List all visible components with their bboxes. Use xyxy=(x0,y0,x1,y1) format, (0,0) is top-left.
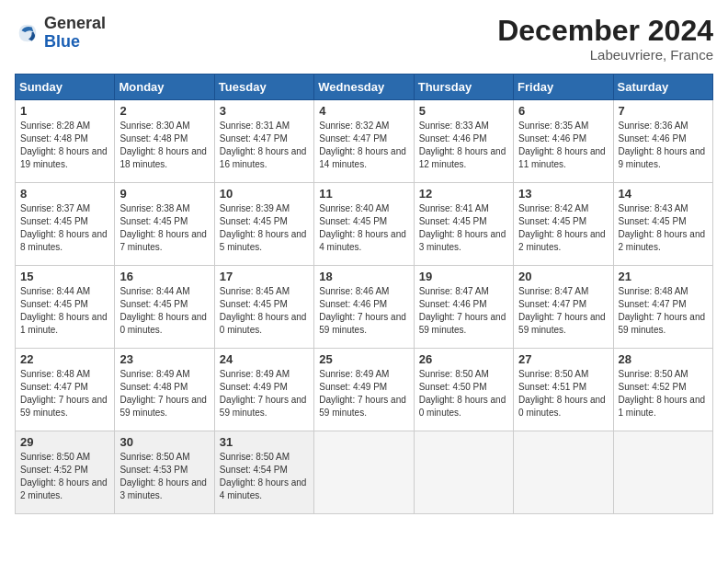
calendar-week-row: 1 Sunrise: 8:28 AM Sunset: 4:48 PM Dayli… xyxy=(16,100,713,183)
calendar-cell: 20 Sunrise: 8:47 AM Sunset: 4:47 PM Dayl… xyxy=(514,266,613,349)
logo-icon xyxy=(15,20,40,46)
calendar-cell: 4 Sunrise: 8:32 AM Sunset: 4:47 PM Dayli… xyxy=(314,100,414,183)
calendar-week-row: 15 Sunrise: 8:44 AM Sunset: 4:45 PM Dayl… xyxy=(16,266,713,349)
calendar-cell: 16 Sunrise: 8:44 AM Sunset: 4:45 PM Dayl… xyxy=(115,266,214,349)
day-number: 2 xyxy=(119,104,209,118)
calendar-cell: 26 Sunrise: 8:50 AM Sunset: 4:50 PM Dayl… xyxy=(414,349,513,431)
day-info: Sunrise: 8:35 AM Sunset: 4:46 PM Dayligh… xyxy=(518,120,608,171)
location: Labeuvriere, France xyxy=(497,47,713,63)
calendar-cell: 28 Sunrise: 8:50 AM Sunset: 4:52 PM Dayl… xyxy=(613,349,712,431)
calendar-week-row: 8 Sunrise: 8:37 AM Sunset: 4:45 PM Dayli… xyxy=(16,183,713,266)
calendar-cell xyxy=(514,431,613,514)
day-number: 17 xyxy=(220,270,309,283)
calendar-cell: 8 Sunrise: 8:37 AM Sunset: 4:45 PM Dayli… xyxy=(16,183,115,266)
day-info: Sunrise: 8:48 AM Sunset: 4:47 PM Dayligh… xyxy=(619,285,708,337)
col-thursday: Thursday xyxy=(414,75,513,100)
calendar-cell: 18 Sunrise: 8:46 AM Sunset: 4:46 PM Dayl… xyxy=(314,266,414,349)
day-number: 14 xyxy=(619,187,708,201)
day-number: 25 xyxy=(319,352,408,366)
calendar-cell xyxy=(414,431,513,514)
day-info: Sunrise: 8:45 AM Sunset: 4:45 PM Dayligh… xyxy=(220,285,309,337)
day-info: Sunrise: 8:44 AM Sunset: 4:45 PM Dayligh… xyxy=(20,285,109,337)
day-info: Sunrise: 8:44 AM Sunset: 4:45 PM Dayligh… xyxy=(119,285,209,337)
day-number: 27 xyxy=(518,352,608,366)
calendar-cell: 19 Sunrise: 8:47 AM Sunset: 4:46 PM Dayl… xyxy=(414,266,513,349)
day-info: Sunrise: 8:49 AM Sunset: 4:49 PM Dayligh… xyxy=(220,368,309,419)
calendar-cell xyxy=(314,431,414,514)
day-info: Sunrise: 8:50 AM Sunset: 4:50 PM Dayligh… xyxy=(419,368,508,419)
day-info: Sunrise: 8:50 AM Sunset: 4:54 PM Dayligh… xyxy=(220,451,309,502)
col-saturday: Saturday xyxy=(613,75,712,100)
col-tuesday: Tuesday xyxy=(214,75,313,100)
day-info: Sunrise: 8:50 AM Sunset: 4:52 PM Dayligh… xyxy=(20,451,109,502)
day-info: Sunrise: 8:30 AM Sunset: 4:48 PM Dayligh… xyxy=(119,120,209,171)
calendar-cell: 11 Sunrise: 8:40 AM Sunset: 4:45 PM Dayl… xyxy=(314,183,414,266)
calendar-cell: 1 Sunrise: 8:28 AM Sunset: 4:48 PM Dayli… xyxy=(16,100,115,183)
col-monday: Monday xyxy=(115,75,214,100)
calendar-cell: 29 Sunrise: 8:50 AM Sunset: 4:52 PM Dayl… xyxy=(16,431,115,514)
calendar-cell: 15 Sunrise: 8:44 AM Sunset: 4:45 PM Dayl… xyxy=(16,266,115,349)
day-info: Sunrise: 8:50 AM Sunset: 4:52 PM Dayligh… xyxy=(619,368,708,419)
day-info: Sunrise: 8:42 AM Sunset: 4:45 PM Dayligh… xyxy=(518,202,608,254)
calendar-cell: 22 Sunrise: 8:48 AM Sunset: 4:47 PM Dayl… xyxy=(16,349,115,431)
day-number: 23 xyxy=(119,352,209,366)
day-info: Sunrise: 8:49 AM Sunset: 4:48 PM Dayligh… xyxy=(119,368,209,419)
title-block: December 2024 Labeuvriere, France xyxy=(497,15,713,63)
day-number: 24 xyxy=(220,352,309,366)
day-info: Sunrise: 8:28 AM Sunset: 4:48 PM Dayligh… xyxy=(20,120,109,171)
calendar-cell: 23 Sunrise: 8:49 AM Sunset: 4:48 PM Dayl… xyxy=(115,349,214,431)
calendar-week-row: 22 Sunrise: 8:48 AM Sunset: 4:47 PM Dayl… xyxy=(16,349,713,431)
day-number: 15 xyxy=(20,270,109,283)
calendar-cell: 10 Sunrise: 8:39 AM Sunset: 4:45 PM Dayl… xyxy=(214,183,313,266)
day-info: Sunrise: 8:41 AM Sunset: 4:45 PM Dayligh… xyxy=(419,202,508,254)
calendar-cell: 25 Sunrise: 8:49 AM Sunset: 4:49 PM Dayl… xyxy=(314,349,414,431)
day-number: 29 xyxy=(20,435,109,449)
day-number: 16 xyxy=(119,270,209,283)
day-number: 20 xyxy=(518,270,608,283)
calendar-cell: 2 Sunrise: 8:30 AM Sunset: 4:48 PM Dayli… xyxy=(115,100,214,183)
day-number: 7 xyxy=(619,104,708,118)
day-number: 30 xyxy=(119,435,209,449)
day-info: Sunrise: 8:47 AM Sunset: 4:47 PM Dayligh… xyxy=(518,285,608,337)
calendar-cell: 5 Sunrise: 8:33 AM Sunset: 4:46 PM Dayli… xyxy=(414,100,513,183)
day-number: 21 xyxy=(619,270,708,283)
col-friday: Friday xyxy=(514,75,613,100)
day-info: Sunrise: 8:50 AM Sunset: 4:51 PM Dayligh… xyxy=(518,368,608,419)
calendar-cell: 3 Sunrise: 8:31 AM Sunset: 4:47 PM Dayli… xyxy=(214,100,313,183)
day-number: 22 xyxy=(20,352,109,366)
col-wednesday: Wednesday xyxy=(314,75,414,100)
day-number: 31 xyxy=(220,435,309,449)
calendar-cell: 17 Sunrise: 8:45 AM Sunset: 4:45 PM Dayl… xyxy=(214,266,313,349)
day-number: 19 xyxy=(419,270,508,283)
day-number: 26 xyxy=(419,352,508,366)
month-title: December 2024 xyxy=(497,15,713,47)
day-number: 12 xyxy=(419,187,508,201)
calendar-cell: 6 Sunrise: 8:35 AM Sunset: 4:46 PM Dayli… xyxy=(514,100,613,183)
day-number: 13 xyxy=(518,187,608,201)
day-info: Sunrise: 8:50 AM Sunset: 4:53 PM Dayligh… xyxy=(119,451,209,502)
day-number: 28 xyxy=(619,352,708,366)
calendar-header-row: Sunday Monday Tuesday Wednesday Thursday… xyxy=(16,75,713,100)
day-number: 10 xyxy=(220,187,309,201)
day-number: 5 xyxy=(419,104,508,118)
calendar-cell: 9 Sunrise: 8:38 AM Sunset: 4:45 PM Dayli… xyxy=(115,183,214,266)
calendar-week-row: 29 Sunrise: 8:50 AM Sunset: 4:52 PM Dayl… xyxy=(16,431,713,514)
day-info: Sunrise: 8:37 AM Sunset: 4:45 PM Dayligh… xyxy=(20,202,109,254)
calendar-cell xyxy=(613,431,712,514)
day-info: Sunrise: 8:36 AM Sunset: 4:46 PM Dayligh… xyxy=(619,120,708,171)
day-number: 8 xyxy=(20,187,109,201)
day-info: Sunrise: 8:32 AM Sunset: 4:47 PM Dayligh… xyxy=(319,120,408,171)
day-info: Sunrise: 8:49 AM Sunset: 4:49 PM Dayligh… xyxy=(319,368,408,419)
day-info: Sunrise: 8:40 AM Sunset: 4:45 PM Dayligh… xyxy=(319,202,408,254)
calendar-table: Sunday Monday Tuesday Wednesday Thursday… xyxy=(15,74,713,514)
calendar-cell: 14 Sunrise: 8:43 AM Sunset: 4:45 PM Dayl… xyxy=(613,183,712,266)
day-info: Sunrise: 8:48 AM Sunset: 4:47 PM Dayligh… xyxy=(20,368,109,419)
day-number: 11 xyxy=(319,187,408,201)
col-sunday: Sunday xyxy=(16,75,115,100)
day-number: 4 xyxy=(319,104,408,118)
page-header: General Blue December 2024 Labeuvriere, … xyxy=(15,15,713,63)
day-number: 3 xyxy=(220,104,309,118)
calendar-cell: 24 Sunrise: 8:49 AM Sunset: 4:49 PM Dayl… xyxy=(214,349,313,431)
calendar-cell: 31 Sunrise: 8:50 AM Sunset: 4:54 PM Dayl… xyxy=(214,431,313,514)
day-info: Sunrise: 8:31 AM Sunset: 4:47 PM Dayligh… xyxy=(220,120,309,171)
